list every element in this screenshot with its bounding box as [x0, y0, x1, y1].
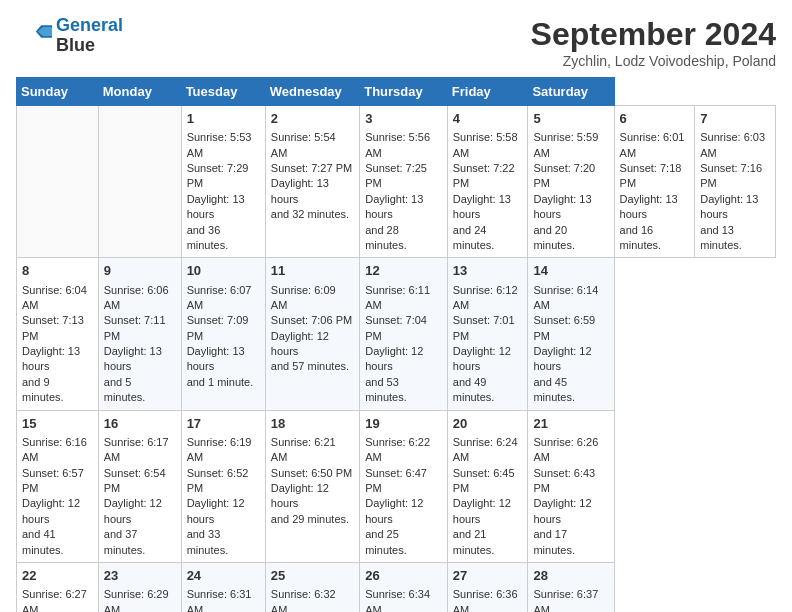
cell-line: Daylight: 12 hours — [533, 344, 608, 375]
cell-line: Daylight: 13 hours — [187, 344, 260, 375]
table-row: 10Sunrise: 6:07 AMSunset: 7:09 PMDayligh… — [181, 258, 265, 410]
cell-line: and 29 minutes. — [271, 512, 354, 527]
day-number: 14 — [533, 262, 608, 280]
cell-line: Sunrise: 6:36 AM — [453, 587, 523, 612]
table-row: 21Sunrise: 6:26 AMSunset: 6:43 PMDayligh… — [528, 410, 614, 562]
cell-line: Sunrise: 6:21 AM — [271, 435, 354, 466]
table-row: 17Sunrise: 6:19 AMSunset: 6:52 PMDayligh… — [181, 410, 265, 562]
day-number: 17 — [187, 415, 260, 433]
cell-line: Sunrise: 6:07 AM — [187, 283, 260, 314]
cell-line: and 53 minutes. — [365, 375, 442, 406]
cell-line: Daylight: 13 hours — [700, 192, 770, 223]
cell-line: and 28 minutes. — [365, 223, 442, 254]
cell-line: Daylight: 12 hours — [453, 344, 523, 375]
day-number: 4 — [453, 110, 523, 128]
cell-line: Sunrise: 5:53 AM — [187, 130, 260, 161]
table-row: 28Sunrise: 6:37 AMSunset: 6:26 PMDayligh… — [528, 562, 614, 612]
cell-line: Sunrise: 6:04 AM — [22, 283, 93, 314]
cell-line: and 57 minutes. — [271, 359, 354, 374]
table-row: 5Sunrise: 5:59 AMSunset: 7:20 PMDaylight… — [528, 106, 614, 258]
cell-line: Sunset: 7:01 PM — [453, 313, 523, 344]
col-monday: Monday — [98, 78, 181, 106]
table-row: 4Sunrise: 5:58 AMSunset: 7:22 PMDaylight… — [447, 106, 528, 258]
cell-line: and 24 minutes. — [453, 223, 523, 254]
table-row: 3Sunrise: 5:56 AMSunset: 7:25 PMDaylight… — [360, 106, 448, 258]
cell-line: Sunrise: 6:06 AM — [104, 283, 176, 314]
day-number: 1 — [187, 110, 260, 128]
cell-line: Sunrise: 6:16 AM — [22, 435, 93, 466]
cell-line: and 17 minutes. — [533, 527, 608, 558]
day-number: 6 — [620, 110, 690, 128]
logo-text: General Blue — [56, 16, 123, 56]
table-row: 15Sunrise: 6:16 AMSunset: 6:57 PMDayligh… — [17, 410, 99, 562]
day-number: 10 — [187, 262, 260, 280]
cell-line: Sunrise: 6:27 AM — [22, 587, 93, 612]
day-number: 8 — [22, 262, 93, 280]
cell-line: Sunset: 6:50 PM — [271, 466, 354, 481]
title-block: September 2024 Zychlin, Lodz Voivodeship… — [531, 16, 776, 69]
cell-line: Sunset: 6:59 PM — [533, 313, 608, 344]
day-number: 26 — [365, 567, 442, 585]
cell-line: Daylight: 13 hours — [620, 192, 690, 223]
table-row — [98, 106, 181, 258]
cell-line: Daylight: 13 hours — [533, 192, 608, 223]
cell-line: Sunrise: 6:24 AM — [453, 435, 523, 466]
cell-line: and 21 minutes. — [453, 527, 523, 558]
day-number: 11 — [271, 262, 354, 280]
cell-line: Sunrise: 6:22 AM — [365, 435, 442, 466]
cell-line: and 32 minutes. — [271, 207, 354, 222]
table-row: 23Sunrise: 6:29 AMSunset: 6:38 PMDayligh… — [98, 562, 181, 612]
day-number: 21 — [533, 415, 608, 433]
cell-line: Sunset: 6:57 PM — [22, 466, 93, 497]
cell-line: Sunrise: 6:34 AM — [365, 587, 442, 612]
cell-line: Sunrise: 6:29 AM — [104, 587, 176, 612]
col-friday: Friday — [447, 78, 528, 106]
location: Zychlin, Lodz Voivodeship, Poland — [531, 53, 776, 69]
cell-line: Daylight: 12 hours — [365, 344, 442, 375]
cell-line: Sunrise: 6:11 AM — [365, 283, 442, 314]
table-row: 12Sunrise: 6:11 AMSunset: 7:04 PMDayligh… — [360, 258, 448, 410]
day-number: 28 — [533, 567, 608, 585]
cell-line: Sunset: 6:45 PM — [453, 466, 523, 497]
table-row: 9Sunrise: 6:06 AMSunset: 7:11 PMDaylight… — [98, 258, 181, 410]
month-title: September 2024 — [531, 16, 776, 53]
cell-line: and 13 minutes. — [700, 223, 770, 254]
calendar-week-row: 1Sunrise: 5:53 AMSunset: 7:29 PMDaylight… — [17, 106, 776, 258]
day-number: 7 — [700, 110, 770, 128]
calendar-week-row: 15Sunrise: 6:16 AMSunset: 6:57 PMDayligh… — [17, 410, 776, 562]
day-number: 9 — [104, 262, 176, 280]
cell-line: Sunset: 7:18 PM — [620, 161, 690, 192]
cell-line: and 5 minutes. — [104, 375, 176, 406]
col-wednesday: Wednesday — [265, 78, 359, 106]
cell-line: and 37 minutes. — [104, 527, 176, 558]
cell-line: and 33 minutes. — [187, 527, 260, 558]
day-number: 12 — [365, 262, 442, 280]
cell-line: Sunset: 7:20 PM — [533, 161, 608, 192]
cell-line: Sunrise: 6:37 AM — [533, 587, 608, 612]
cell-line: Sunset: 7:25 PM — [365, 161, 442, 192]
logo-line1: General — [56, 15, 123, 35]
cell-line: Sunrise: 6:09 AM — [271, 283, 354, 314]
cell-line: Sunrise: 6:26 AM — [533, 435, 608, 466]
cell-line: Daylight: 13 hours — [365, 192, 442, 223]
day-number: 5 — [533, 110, 608, 128]
cell-line: and 49 minutes. — [453, 375, 523, 406]
cell-line: Sunset: 6:47 PM — [365, 466, 442, 497]
cell-line: Sunrise: 5:54 AM — [271, 130, 354, 161]
cell-line: and 1 minute. — [187, 375, 260, 390]
day-number: 13 — [453, 262, 523, 280]
cell-line: and 45 minutes. — [533, 375, 608, 406]
cell-line: Sunset: 7:16 PM — [700, 161, 770, 192]
logo: General Blue — [16, 16, 123, 56]
table-row: 14Sunrise: 6:14 AMSunset: 6:59 PMDayligh… — [528, 258, 614, 410]
cell-line: Sunset: 7:27 PM — [271, 161, 354, 176]
table-row: 11Sunrise: 6:09 AMSunset: 7:06 PMDayligh… — [265, 258, 359, 410]
col-saturday: Saturday — [528, 78, 614, 106]
table-row: 2Sunrise: 5:54 AMSunset: 7:27 PMDaylight… — [265, 106, 359, 258]
cell-line: Sunrise: 6:31 AM — [187, 587, 260, 612]
day-number: 27 — [453, 567, 523, 585]
calendar-week-row: 8Sunrise: 6:04 AMSunset: 7:13 PMDaylight… — [17, 258, 776, 410]
table-row: 20Sunrise: 6:24 AMSunset: 6:45 PMDayligh… — [447, 410, 528, 562]
day-number: 18 — [271, 415, 354, 433]
table-row: 25Sunrise: 6:32 AMSunset: 6:33 PMDayligh… — [265, 562, 359, 612]
